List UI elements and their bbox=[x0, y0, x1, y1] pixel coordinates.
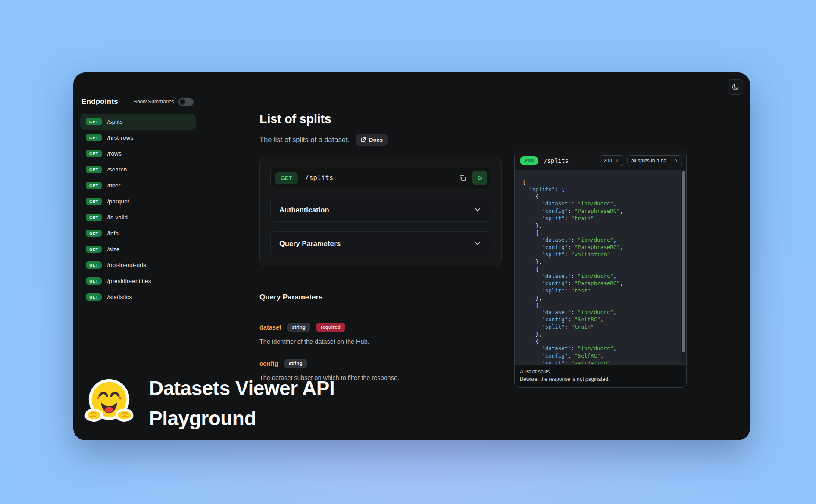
brand-title-line1: Datasets Viewer API bbox=[149, 373, 335, 403]
docs-button-label: Docs bbox=[369, 137, 383, 143]
endpoint-path: /filter bbox=[107, 182, 121, 189]
divider bbox=[259, 311, 502, 311]
endpoint-path: /size bbox=[107, 246, 120, 252]
chevron-down-icon bbox=[473, 239, 482, 248]
response-footer: A list of splits. Beware: the response i… bbox=[515, 364, 686, 387]
brand-title-line2: Playground bbox=[149, 403, 335, 433]
sidebar-item-opt-in-out-urls[interactable]: GET/opt-in-out-urls bbox=[80, 257, 196, 273]
request-path: /splits bbox=[305, 174, 455, 182]
status-code-select[interactable]: 200 bbox=[600, 155, 623, 166]
endpoint-path: /parquet bbox=[107, 198, 129, 205]
hugging-face-emoji bbox=[83, 376, 135, 428]
moon-icon bbox=[732, 83, 739, 91]
sidebar-item-statistics[interactable]: GET/statistics bbox=[80, 289, 196, 305]
response-code-area: { "splits": [ { "dataset": "ibm/duorc", … bbox=[515, 170, 686, 364]
authentication-section[interactable]: Authentication bbox=[270, 198, 491, 222]
status-code-select-value: 200 bbox=[603, 158, 612, 164]
sidebar-title: Endpoints bbox=[81, 97, 118, 106]
copy-icon bbox=[459, 174, 467, 182]
sidebar-item-info[interactable]: GET/info bbox=[80, 225, 196, 241]
scrollbar-thumb[interactable] bbox=[682, 171, 685, 352]
theme-toggle-button[interactable] bbox=[728, 79, 743, 95]
chevrons-up-down-icon bbox=[673, 159, 678, 163]
endpoint-path: /presidio-entities bbox=[107, 278, 151, 284]
method-badge: GET bbox=[86, 166, 102, 174]
method-badge: GET bbox=[86, 246, 102, 253]
show-summaries-label: Show Summaries bbox=[134, 99, 174, 105]
endpoint-path: /splits bbox=[107, 118, 123, 125]
branding: Datasets Viewer API Playground bbox=[83, 373, 335, 433]
param-name: dataset bbox=[259, 324, 281, 331]
response-footer-line: Beware: the response is not paginated. bbox=[520, 376, 681, 383]
param-type-badge: string bbox=[284, 359, 307, 368]
query-parameters-label: Query Parameters bbox=[279, 240, 341, 248]
sidebar-item-splits[interactable]: GET/splits bbox=[80, 114, 196, 130]
docs-button[interactable]: Docs bbox=[356, 134, 388, 146]
response-json: { "splits": [ { "dataset": "ibm/duorc", … bbox=[515, 170, 686, 364]
endpoint-path: /first-rows bbox=[107, 134, 134, 141]
query-parameters-section[interactable]: Query Parameters bbox=[270, 231, 491, 255]
authentication-label: Authentication bbox=[279, 206, 329, 214]
response-panel: 200 /splits 200 all splits in a da... { … bbox=[514, 151, 687, 388]
copy-button[interactable] bbox=[455, 171, 470, 185]
sidebar-item-filter[interactable]: GET/filter bbox=[80, 177, 196, 193]
external-link-icon bbox=[360, 137, 366, 143]
sidebar-item-size[interactable]: GET/size bbox=[80, 241, 196, 257]
method-badge: GET bbox=[86, 150, 102, 158]
param-dataset: datasetstringrequiredThe identifier of t… bbox=[259, 323, 502, 345]
response-path: /splits bbox=[544, 157, 596, 164]
method-badge: GET bbox=[86, 182, 102, 190]
method-badge: GET bbox=[86, 198, 102, 205]
sidebar-header: Endpoints Show Summaries bbox=[80, 97, 222, 106]
request-method-badge: GET bbox=[275, 172, 298, 184]
play-icon bbox=[476, 174, 484, 182]
method-badge: GET bbox=[86, 261, 102, 269]
sidebar-item-first-rows[interactable]: GET/first-rows bbox=[80, 130, 196, 146]
method-badge: GET bbox=[86, 214, 102, 221]
description-row: The list of splits of a dataset. Docs bbox=[259, 134, 502, 146]
param-name: config bbox=[259, 360, 278, 367]
sidebar-item-is-valid[interactable]: GET/is-valid bbox=[80, 209, 196, 225]
endpoint-path: /statistics bbox=[107, 294, 132, 300]
sidebar-item-parquet[interactable]: GET/parquet bbox=[80, 193, 196, 209]
endpoint-path: /opt-in-out-urls bbox=[107, 262, 146, 268]
app-window: Endpoints Show Summaries GET/splitsGET/f… bbox=[73, 72, 750, 440]
param-list: datasetstringrequiredThe identifier of t… bbox=[259, 323, 502, 381]
endpoint-path: /info bbox=[107, 230, 119, 236]
param-type-badge: string bbox=[287, 323, 310, 332]
request-builder-card: GET /splits Authentication bbox=[259, 157, 502, 266]
param-row: datasetstringrequired bbox=[259, 323, 502, 332]
toggle-knob bbox=[180, 99, 185, 105]
param-row: configstring bbox=[259, 359, 502, 368]
sidebar-item-search[interactable]: GET/search bbox=[80, 162, 196, 177]
sidebar-item-rows[interactable]: GET/rows bbox=[80, 146, 196, 162]
param-required-badge: required bbox=[316, 323, 345, 332]
example-select-value: all splits in a da... bbox=[631, 158, 671, 164]
page-title: List of splits bbox=[259, 112, 502, 126]
endpoint-list: GET/splitsGET/first-rowsGET/rowsGET/sear… bbox=[80, 114, 222, 305]
query-parameters-heading: Query Parameters bbox=[259, 293, 502, 302]
method-badge: GET bbox=[86, 277, 102, 285]
chevron-down-icon bbox=[473, 205, 482, 214]
page-description: The list of splits of a dataset. bbox=[259, 136, 350, 144]
main-content: List of splits The list of splits of a d… bbox=[259, 72, 502, 381]
endpoint-path: /search bbox=[107, 166, 127, 173]
example-select[interactable]: all splits in a da... bbox=[627, 155, 682, 166]
method-badge: GET bbox=[86, 134, 102, 142]
endpoint-path: /rows bbox=[107, 150, 122, 157]
response-header: 200 /splits 200 all splits in a da... bbox=[515, 151, 686, 170]
run-request-button[interactable] bbox=[472, 171, 487, 185]
chevrons-up-down-icon bbox=[615, 159, 619, 163]
endpoints-sidebar: Endpoints Show Summaries GET/splitsGET/f… bbox=[80, 97, 222, 305]
endpoint-path: /is-valid bbox=[107, 214, 128, 221]
request-bar: GET /splits bbox=[270, 168, 491, 188]
method-badge: GET bbox=[86, 118, 102, 126]
brand-title: Datasets Viewer API Playground bbox=[149, 373, 335, 433]
status-badge: 200 bbox=[520, 156, 538, 165]
method-badge: GET bbox=[86, 293, 102, 301]
sidebar-item-presidio-entities[interactable]: GET/presidio-entities bbox=[80, 273, 196, 289]
response-footer-line: A list of splits. bbox=[520, 368, 681, 376]
method-badge: GET bbox=[86, 230, 102, 237]
param-description: The identifier of the dataset on the Hub… bbox=[259, 338, 502, 345]
show-summaries-toggle[interactable] bbox=[178, 98, 194, 106]
